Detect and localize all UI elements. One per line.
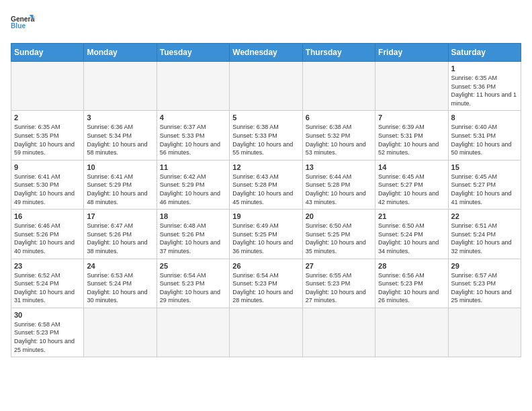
calendar-week-1: 2Sunrise: 6:35 AMSunset: 5:35 PMDaylight…: [11, 111, 521, 160]
header-sunday: Sunday: [11, 44, 84, 62]
calendar-cell: 27Sunrise: 6:55 AMSunset: 5:23 PMDayligh…: [302, 259, 375, 308]
day-number: 12: [232, 163, 299, 171]
day-number: 5: [232, 113, 299, 122]
calendar-cell: [230, 308, 302, 357]
day-number: 8: [451, 113, 518, 122]
logo: GeneralBlue: [11, 11, 35, 35]
calendar-cell: [84, 62, 157, 111]
calendar-cell: 17Sunrise: 6:47 AMSunset: 5:26 PMDayligh…: [84, 210, 157, 259]
day-info: Sunrise: 6:43 AMSunset: 5:28 PMDaylight:…: [232, 173, 299, 206]
day-info: Sunrise: 6:38 AMSunset: 5:33 PMDaylight:…: [232, 123, 299, 156]
day-info: Sunrise: 6:46 AMSunset: 5:26 PMDaylight:…: [14, 222, 81, 255]
day-info: Sunrise: 6:54 AMSunset: 5:23 PMDaylight:…: [232, 271, 299, 305]
calendar-header-row: SundayMondayTuesdayWednesdayThursdayFrid…: [11, 44, 521, 62]
day-number: 23: [14, 262, 81, 270]
day-info: Sunrise: 6:45 AMSunset: 5:27 PMDaylight:…: [378, 173, 445, 206]
calendar-cell: 18Sunrise: 6:48 AMSunset: 5:26 PMDayligh…: [157, 210, 229, 259]
day-info: Sunrise: 6:47 AMSunset: 5:26 PMDaylight:…: [87, 222, 153, 255]
day-number: 11: [160, 163, 226, 171]
day-number: 13: [306, 163, 372, 171]
day-info: Sunrise: 6:52 AMSunset: 5:24 PMDaylight:…: [14, 271, 81, 305]
calendar-cell: 21Sunrise: 6:50 AMSunset: 5:24 PMDayligh…: [375, 210, 448, 259]
day-info: Sunrise: 6:53 AMSunset: 5:24 PMDaylight:…: [87, 271, 153, 305]
day-info: Sunrise: 6:41 AMSunset: 5:30 PMDaylight:…: [14, 173, 81, 206]
day-info: Sunrise: 6:35 AMSunset: 5:35 PMDaylight:…: [14, 123, 81, 156]
calendar-cell: 23Sunrise: 6:52 AMSunset: 5:24 PMDayligh…: [11, 259, 84, 308]
day-info: Sunrise: 6:57 AMSunset: 5:23 PMDaylight:…: [451, 271, 518, 305]
day-info: Sunrise: 6:37 AMSunset: 5:33 PMDaylight:…: [160, 123, 226, 156]
calendar-cell: 29Sunrise: 6:57 AMSunset: 5:23 PMDayligh…: [448, 259, 521, 308]
calendar-cell: 3Sunrise: 6:36 AMSunset: 5:34 PMDaylight…: [84, 111, 157, 160]
day-info: Sunrise: 6:48 AMSunset: 5:26 PMDaylight:…: [160, 222, 226, 255]
calendar-table: SundayMondayTuesdayWednesdayThursdayFrid…: [11, 43, 521, 357]
calendar-cell: 20Sunrise: 6:50 AMSunset: 5:25 PMDayligh…: [302, 210, 375, 259]
day-number: 3: [87, 113, 153, 122]
day-info: Sunrise: 6:40 AMSunset: 5:31 PMDaylight:…: [451, 123, 518, 156]
page-header: GeneralBlue: [11, 11, 521, 35]
day-number: 4: [160, 113, 226, 122]
calendar-cell: 19Sunrise: 6:49 AMSunset: 5:25 PMDayligh…: [230, 210, 302, 259]
day-number: 17: [87, 212, 153, 220]
calendar-cell: [157, 62, 229, 111]
calendar-cell: 15Sunrise: 6:45 AMSunset: 5:27 PMDayligh…: [448, 160, 521, 209]
calendar-cell: 8Sunrise: 6:40 AMSunset: 5:31 PMDaylight…: [448, 111, 521, 160]
day-info: Sunrise: 6:45 AMSunset: 5:27 PMDaylight:…: [451, 173, 518, 206]
calendar-cell: [302, 62, 375, 111]
day-number: 14: [378, 163, 445, 171]
day-number: 2: [14, 113, 81, 122]
day-number: 1: [451, 64, 518, 73]
day-info: Sunrise: 6:44 AMSunset: 5:28 PMDaylight:…: [306, 173, 372, 206]
calendar-cell: [230, 62, 302, 111]
day-number: 10: [87, 163, 153, 171]
day-number: 28: [378, 262, 445, 270]
day-number: 7: [378, 113, 445, 122]
day-number: 25: [160, 262, 226, 270]
calendar-cell: 10Sunrise: 6:41 AMSunset: 5:29 PMDayligh…: [84, 160, 157, 209]
day-info: Sunrise: 6:55 AMSunset: 5:23 PMDaylight:…: [306, 271, 372, 305]
day-info: Sunrise: 6:50 AMSunset: 5:25 PMDaylight:…: [306, 222, 372, 255]
day-info: Sunrise: 6:50 AMSunset: 5:24 PMDaylight:…: [378, 222, 445, 255]
day-info: Sunrise: 6:41 AMSunset: 5:29 PMDaylight:…: [87, 173, 153, 206]
calendar-cell: 14Sunrise: 6:45 AMSunset: 5:27 PMDayligh…: [375, 160, 448, 209]
day-info: Sunrise: 6:35 AMSunset: 5:36 PMDaylight:…: [451, 74, 518, 107]
day-number: 24: [87, 262, 153, 270]
calendar-cell: 7Sunrise: 6:39 AMSunset: 5:31 PMDaylight…: [375, 111, 448, 160]
day-info: Sunrise: 6:51 AMSunset: 5:24 PMDaylight:…: [451, 222, 518, 255]
calendar-cell: [157, 308, 229, 357]
calendar-cell: 5Sunrise: 6:38 AMSunset: 5:33 PMDaylight…: [230, 111, 302, 160]
calendar-cell: 12Sunrise: 6:43 AMSunset: 5:28 PMDayligh…: [230, 160, 302, 209]
header-wednesday: Wednesday: [230, 44, 302, 62]
day-number: 29: [451, 262, 518, 270]
day-number: 20: [306, 212, 372, 220]
day-number: 27: [306, 262, 372, 270]
calendar-week-3: 16Sunrise: 6:46 AMSunset: 5:26 PMDayligh…: [11, 210, 521, 259]
calendar-cell: 25Sunrise: 6:54 AMSunset: 5:23 PMDayligh…: [157, 259, 229, 308]
day-info: Sunrise: 6:54 AMSunset: 5:23 PMDaylight:…: [160, 271, 226, 305]
day-info: Sunrise: 6:56 AMSunset: 5:23 PMDaylight:…: [378, 271, 445, 305]
day-number: 15: [451, 163, 518, 171]
day-number: 19: [232, 212, 299, 220]
calendar-cell: [302, 308, 375, 357]
day-number: 9: [14, 163, 81, 171]
day-info: Sunrise: 6:39 AMSunset: 5:31 PMDaylight:…: [378, 123, 445, 156]
calendar-cell: [375, 308, 448, 357]
calendar-cell: [375, 62, 448, 111]
calendar-cell: 1Sunrise: 6:35 AMSunset: 5:36 PMDaylight…: [448, 62, 521, 111]
calendar-week-5: 30Sunrise: 6:58 AMSunset: 5:23 PMDayligh…: [11, 308, 521, 357]
header-saturday: Saturday: [448, 44, 521, 62]
calendar-cell: 22Sunrise: 6:51 AMSunset: 5:24 PMDayligh…: [448, 210, 521, 259]
day-info: Sunrise: 6:38 AMSunset: 5:32 PMDaylight:…: [306, 123, 372, 156]
calendar-cell: 26Sunrise: 6:54 AMSunset: 5:23 PMDayligh…: [230, 259, 302, 308]
calendar-cell: 9Sunrise: 6:41 AMSunset: 5:30 PMDaylight…: [11, 160, 84, 209]
logo-icon: GeneralBlue: [11, 11, 35, 35]
day-info: Sunrise: 6:36 AMSunset: 5:34 PMDaylight:…: [87, 123, 153, 156]
day-number: 26: [232, 262, 299, 270]
day-number: 6: [306, 113, 372, 122]
header-thursday: Thursday: [302, 44, 375, 62]
calendar-cell: 24Sunrise: 6:53 AMSunset: 5:24 PMDayligh…: [84, 259, 157, 308]
calendar-cell: 11Sunrise: 6:42 AMSunset: 5:29 PMDayligh…: [157, 160, 229, 209]
calendar-week-2: 9Sunrise: 6:41 AMSunset: 5:30 PMDaylight…: [11, 160, 521, 209]
calendar-cell: 30Sunrise: 6:58 AMSunset: 5:23 PMDayligh…: [11, 308, 84, 357]
day-info: Sunrise: 6:58 AMSunset: 5:23 PMDaylight:…: [14, 320, 81, 354]
day-number: 18: [160, 212, 226, 220]
